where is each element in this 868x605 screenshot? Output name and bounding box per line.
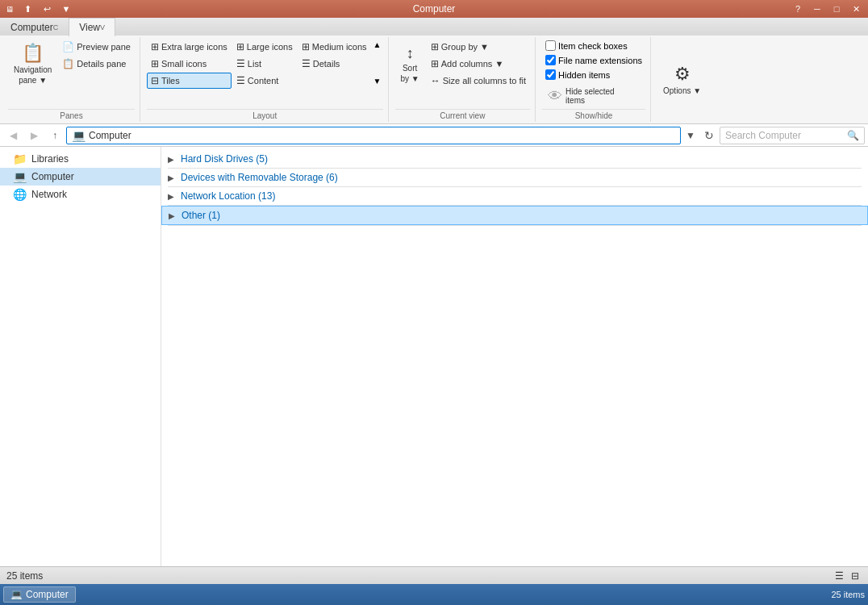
title-bar: 🖥 ⬆ ↩ ▼ Computer ? ─ □ ✕ [0,0,868,18]
refresh-btn[interactable]: ↻ [700,127,718,144]
ribbon-content: 📋 Navigation pane ▼ 📄 Preview pane 📋 Det… [0,35,868,123]
pane-options-col: 📄 Preview pane 📋 Details pane [58,39,135,72]
details-btn[interactable]: ☰ Details [298,56,371,72]
search-icon: 🔍 [847,130,859,141]
title-bar-left: 🖥 ⬆ ↩ ▼ [3,2,74,16]
group-label-removable: Devices with Removable Storage (6) [181,172,338,183]
layout-col3: ⊞ Medium icons ☰ Details [298,39,371,72]
hidden-items-checkbox[interactable] [545,69,556,80]
group-label-hdd: Hard Disk Drives (5) [181,153,268,165]
layout-col2: ⊞ Large icons ☰ List ☰ Content [232,39,297,89]
medium-icons-btn[interactable]: ⊞ Medium icons [298,39,371,55]
group-toggle-network: ▶ [168,192,177,201]
main-area: 📁 Libraries 💻 Computer 🌐 Network ▶ Hard … [0,147,868,566]
current-view-items: ↕ Sort by ▼ ⊞ Group by ▼ ⊞ Add columns ▼ [395,39,531,109]
ribbon-group-current-view: ↕ Sort by ▼ ⊞ Group by ▼ ⊞ Add columns ▼ [390,37,536,122]
hidden-items-toggle[interactable]: Hidden items [542,68,613,81]
sidebar-item-network[interactable]: 🌐 Network [0,186,161,203]
sidebar: 📁 Libraries 💻 Computer 🌐 Network [0,147,161,566]
qa-btn-dropdown[interactable]: ▼ [58,2,74,16]
sort-btn[interactable]: ↕ Sort by ▼ [395,41,425,87]
status-bar: 25 items ☰ ⊟ [0,566,868,584]
extra-large-icons-btn[interactable]: ⊞ Extra large icons [147,39,232,55]
status-items-bottom: 25 items [831,590,865,599]
back-btn[interactable]: ◀ [3,127,23,144]
library-icon: 📁 [13,152,27,165]
view-col: ⊞ Group by ▼ ⊞ Add columns ▼ ↔ Size all … [427,39,530,89]
address-bar: ◀ ▶ ↑ 💻 Computer ▼ ↻ Search Computer 🔍 [0,124,868,147]
show-hide-label: Show/hide [542,109,645,120]
status-icons: ☰ ⊟ [833,570,862,582]
network-icon: 🌐 [13,188,27,201]
layout-expand-up[interactable]: ▲ [372,39,383,51]
tab-computer[interactable]: Computer C [0,18,69,35]
maximize-btn[interactable]: □ [828,2,845,15]
window-controls: ? ─ □ ✕ [789,2,865,15]
taskbar-app-computer[interactable]: 💻 Computer [3,586,76,603]
qa-btn-up[interactable]: ⬆ [19,2,35,16]
layout-label: Layout [147,109,383,120]
tab-view[interactable]: View V [69,18,115,36]
address-path[interactable]: 💻 Computer [66,127,681,144]
group-other[interactable]: ▶ Other (1) [161,206,868,225]
sort-group-by-row: ↕ Sort by ▼ ⊞ Group by ▼ ⊞ Add columns ▼ [395,39,531,89]
small-icons-btn[interactable]: ⊞ Small icons [147,56,232,72]
ribbon-group-show-hide: Item check boxes File name extensions Hi… [537,37,651,122]
layout-col1: ⊞ Extra large icons ⊞ Small icons ⊟ Tile… [147,39,232,89]
group-toggle-removable: ▶ [168,173,177,182]
size-all-columns-btn[interactable]: ↔ Size all columns to fit [427,73,530,89]
file-name-extensions-toggle[interactable]: File name extensions [542,53,645,67]
forward-btn[interactable]: ▶ [24,127,44,144]
group-removable-storage[interactable]: ▶ Devices with Removable Storage (6) [161,169,868,186]
preview-pane-btn[interactable]: 📄 Preview pane [58,39,135,55]
computer-icon: 💻 [13,170,27,183]
ribbon-group-panes: 📋 Navigation pane ▼ 📄 Preview pane 📋 Det… [3,37,140,122]
sidebar-item-computer[interactable]: 💻 Computer [0,168,161,186]
group-label-other: Other (1) [182,210,220,221]
group-hard-disk-drives[interactable]: ▶ Hard Disk Drives (5) [161,150,868,168]
taskbar-app-icon: 💻 [10,589,23,600]
panes-items: 📋 Navigation pane ▼ 📄 Preview pane 📋 Det… [8,39,135,109]
content-btn[interactable]: ☰ Content [232,73,297,89]
ribbon-tabs: Computer C View V [0,18,868,35]
item-check-boxes-checkbox[interactable] [545,40,556,51]
group-network-location[interactable]: ▶ Network Location (13) [161,187,868,205]
ribbon: Computer C View V 📋 Navigation pane ▼ 📄 … [0,18,868,124]
help-btn[interactable]: ? [789,2,807,15]
hide-selected-row: 👁 Hide selecteditems [542,83,620,109]
minimize-btn[interactable]: ─ [808,2,826,15]
details-pane-btn[interactable]: 📋 Details pane [58,56,135,72]
close-btn[interactable]: ✕ [847,2,865,15]
group-by-btn[interactable]: ⊞ Group by ▼ [427,39,530,55]
current-view-label: Current view [395,109,531,120]
tiles-btn[interactable]: ⊟ Tiles [147,73,232,89]
window-title: Computer [413,3,456,15]
hide-selected-btn[interactable]: 👁 Hide selecteditems [542,83,620,109]
ribbon-group-layout: ⊞ Extra large icons ⊞ Small icons ⊟ Tile… [142,37,389,122]
options-btn[interactable]: ⚙ Options ▼ [657,39,707,120]
layout-expand-down[interactable]: ▼ [372,75,383,87]
status-items-count: 25 items [6,570,43,582]
large-icons-btn[interactable]: ⊞ Large icons [232,39,297,55]
content-area: ▶ Hard Disk Drives (5) ▶ Devices with Re… [161,147,868,566]
view-tiles-icon[interactable]: ⊟ [849,570,862,582]
sidebar-item-libraries[interactable]: 📁 Libraries [0,150,161,168]
app-icon: 🖥 [3,2,16,15]
taskbar-left: 💻 Computer [3,586,76,603]
taskbar-right: 25 items [831,590,865,599]
search-box[interactable]: Search Computer 🔍 [720,127,865,144]
group-label-network: Network Location (13) [181,190,275,202]
file-name-extensions-checkbox[interactable] [545,55,556,65]
view-details-icon[interactable]: ☰ [833,570,845,582]
navigation-pane-btn[interactable]: 📋 Navigation pane ▼ [8,39,57,89]
divider-other [168,225,862,226]
qa-btn-undo[interactable]: ↩ [39,2,55,16]
add-columns-btn[interactable]: ⊞ Add columns ▼ [427,56,530,72]
layout-items: ⊞ Extra large icons ⊞ Small icons ⊟ Tile… [147,39,383,109]
item-check-boxes-toggle[interactable]: Item check boxes [542,39,631,52]
up-btn[interactable]: ↑ [45,127,65,144]
address-dropdown-btn[interactable]: ▼ [682,127,699,144]
panes-label: Panes [8,109,135,120]
list-btn[interactable]: ☰ List [232,56,297,72]
taskbar: 💻 Computer 25 items [0,584,868,605]
